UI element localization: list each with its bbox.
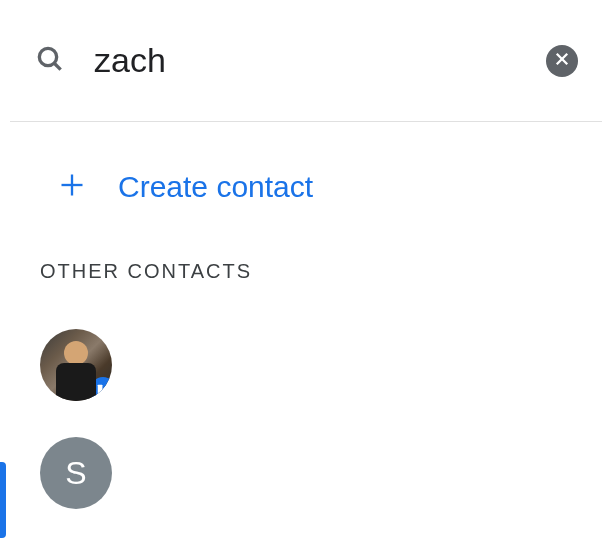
search-bar	[10, 0, 602, 122]
avatar-initial: S	[65, 455, 86, 492]
svg-point-0	[39, 48, 56, 65]
svg-line-1	[54, 63, 60, 69]
avatar	[40, 329, 112, 401]
svg-rect-7	[104, 388, 109, 396]
search-icon	[34, 43, 66, 79]
plus-icon	[58, 171, 86, 203]
contact-item[interactable]	[40, 311, 562, 419]
selection-indicator	[0, 462, 6, 538]
section-header-other-contacts: Other Contacts	[0, 232, 602, 299]
avatar: S	[40, 437, 112, 509]
create-contact-label: Create contact	[118, 170, 313, 204]
contact-list: S	[0, 299, 602, 538]
svg-rect-6	[98, 385, 103, 396]
close-icon	[553, 50, 571, 71]
clear-search-button[interactable]	[546, 45, 578, 77]
contact-item[interactable]: S	[40, 419, 562, 527]
organization-badge-icon	[90, 377, 112, 401]
search-input[interactable]	[94, 41, 546, 80]
create-contact-button[interactable]: Create contact	[0, 142, 602, 232]
